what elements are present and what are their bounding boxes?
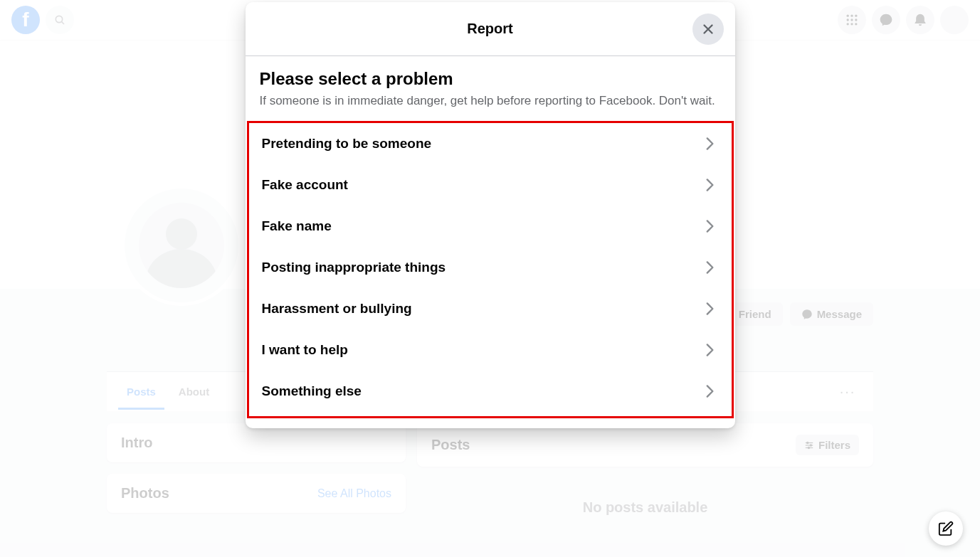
option-label: Posting inappropriate things [262,260,446,275]
edit-icon [938,521,954,536]
chevron-right-icon [700,217,719,235]
chevron-right-icon [700,176,719,194]
close-button[interactable] [692,14,724,45]
option-label: Fake name [262,218,332,234]
chevron-right-icon [700,134,719,153]
chevron-right-icon [700,341,719,359]
option-label: Harassment or bullying [262,301,412,317]
option-want-to-help[interactable]: I want to help [249,329,732,371]
option-fake-account[interactable]: Fake account [249,164,732,206]
modal-body: Please select a problem If someone is in… [246,56,735,428]
option-label: Fake account [262,177,348,193]
section-subtext: If someone is in immediate danger, get h… [246,93,735,110]
option-harassment[interactable]: Harassment or bullying [249,288,732,329]
chevron-right-icon [700,299,719,318]
chevron-right-icon [700,382,719,400]
modal-header: Report [246,2,735,56]
option-fake-name[interactable]: Fake name [249,206,732,247]
option-label: Pretending to be someone [262,136,432,152]
option-something-else[interactable]: Something else [249,371,732,412]
option-pretending[interactable]: Pretending to be someone [249,123,732,164]
compose-button[interactable] [929,511,963,546]
option-label: I want to help [262,342,348,358]
modal-title: Report [467,21,512,37]
report-modal: Report Please select a problem If someon… [246,2,735,428]
options-list: Pretending to be someone Fake account Fa… [247,121,734,418]
section-heading: Please select a problem [246,69,735,89]
option-inappropriate[interactable]: Posting inappropriate things [249,247,732,288]
option-label: Something else [262,383,362,399]
chevron-right-icon [700,258,719,277]
close-icon [700,21,716,37]
